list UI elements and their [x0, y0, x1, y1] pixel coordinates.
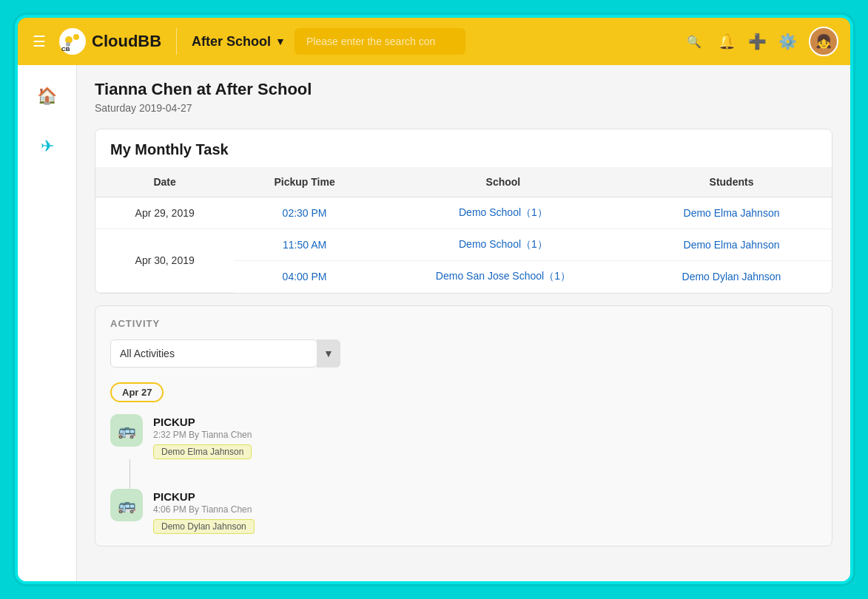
activity-meta: 4:06 PM By Tianna Chen — [153, 504, 817, 515]
table-header: Date Pickup Time School Students — [95, 167, 832, 197]
row-date: Apr 30, 2019 — [95, 229, 234, 293]
school-name: After School — [192, 34, 271, 50]
svg-point-2 — [73, 34, 79, 40]
col-date: Date — [95, 167, 234, 197]
sidebar: 🏠 ✈ — [18, 65, 77, 581]
logo: CB CloudBB — [58, 27, 161, 56]
logo-text: CloudBB — [92, 32, 161, 51]
row-pickup-time: 04:00 PM — [234, 261, 375, 293]
row-school: Demo School（1） — [375, 197, 631, 229]
nav-icons: 🔔 ➕ ⚙️ 👧 — [718, 27, 838, 56]
bus-icon: 🚌 — [118, 422, 136, 439]
school-selector[interactable]: After School ▼ — [192, 34, 286, 50]
sidebar-item-messages[interactable]: ✈ — [31, 130, 64, 163]
table-body: Apr 29, 201902:30 PMDemo School（1）Demo E… — [95, 197, 832, 293]
hamburger-icon[interactable]: ☰ — [30, 30, 49, 53]
filter-dropdown-button[interactable]: ▼ — [317, 339, 340, 368]
activity-type-label: PICKUP — [153, 490, 817, 503]
col-school: School — [375, 167, 631, 197]
bus-icon: 🚌 — [118, 496, 136, 514]
chevron-down-icon: ▼ — [323, 348, 334, 359]
add-icon[interactable]: ➕ — [748, 33, 767, 50]
home-icon: 🏠 — [37, 87, 57, 106]
settings-icon[interactable]: ⚙️ — [778, 33, 797, 50]
row-school: Demo San Jose School（1） — [375, 261, 631, 293]
top-nav: ☰ CB CloudBB After School ▼ 🔍 🔔 ➕ ⚙️ — [18, 18, 850, 65]
page-date: Saturday 2019-04-27 — [95, 102, 832, 114]
list-item: 🚌 PICKUP 2:32 PM By Tianna Chen Demo Elm… — [110, 414, 817, 459]
sidebar-item-home[interactable]: 🏠 — [31, 80, 64, 112]
activity-info: PICKUP 2:32 PM By Tianna Chen Demo Elma … — [153, 414, 817, 459]
avatar[interactable]: 👧 — [809, 27, 838, 56]
col-students: Students — [631, 167, 832, 197]
activity-header: ACTIVITY — [110, 318, 817, 329]
activity-meta: 2:32 PM By Tianna Chen — [153, 430, 817, 440]
main-layout: 🏠 ✈ Tianna Chen at After School Saturday… — [18, 65, 850, 581]
search-input[interactable] — [295, 28, 465, 55]
logo-icon: CB — [58, 27, 87, 56]
chevron-down-icon: ▼ — [275, 35, 286, 47]
notification-icon[interactable]: 🔔 — [718, 33, 736, 50]
activity-filter: All Activities ▼ — [110, 339, 817, 368]
activity-card: ACTIVITY All Activities ▼ Apr 27 🚌 PICKU… — [95, 305, 832, 546]
nav-divider — [176, 28, 177, 55]
activity-filter-select[interactable]: All Activities — [110, 339, 317, 368]
card-title: My Monthly Task — [110, 141, 229, 158]
svg-text:CB: CB — [61, 46, 70, 53]
filter-label: All Activities — [120, 348, 175, 359]
row-student: Demo Elma Jahnson — [631, 197, 832, 229]
activity-info: PICKUP 4:06 PM By Tianna Chen Demo Dylan… — [153, 489, 817, 534]
card-header: My Monthly Task — [95, 129, 832, 167]
student-badge: Demo Elma Jahnson — [153, 444, 252, 459]
row-school: Demo School（1） — [375, 229, 631, 261]
row-date: Apr 29, 2019 — [95, 197, 234, 229]
timeline-connector — [129, 459, 130, 489]
search-icon[interactable]: 🔍 — [687, 35, 702, 49]
row-pickup-time: 02:30 PM — [234, 197, 375, 229]
date-badge: Apr 27 — [110, 382, 164, 402]
activity-type-icon: 🚌 — [110, 414, 143, 447]
list-item: 🚌 PICKUP 4:06 PM By Tianna Chen Demo Dyl… — [110, 489, 817, 534]
table-row: Apr 30, 201911:50 AMDemo School（1）Demo E… — [95, 229, 832, 261]
task-table: Date Pickup Time School Students Apr 29,… — [95, 167, 832, 293]
search-wrapper: 🔍 — [295, 28, 709, 55]
activity-type-icon: 🚌 — [110, 489, 143, 521]
monthly-task-card: My Monthly Task Date Pickup Time School … — [95, 129, 832, 294]
page-title: Tianna Chen at After School — [95, 80, 832, 99]
content: Tianna Chen at After School Saturday 201… — [77, 65, 850, 581]
table-row: Apr 29, 201902:30 PMDemo School（1）Demo E… — [95, 197, 832, 229]
row-student: Demo Elma Jahnson — [631, 229, 832, 261]
paper-plane-icon: ✈ — [41, 137, 54, 156]
student-badge: Demo Dylan Jahnson — [153, 519, 255, 534]
activity-timeline: 🚌 PICKUP 2:32 PM By Tianna Chen Demo Elm… — [110, 414, 817, 534]
row-student: Demo Dylan Jahnson — [631, 261, 832, 293]
row-pickup-time: 11:50 AM — [234, 229, 375, 261]
col-pickup-time: Pickup Time — [234, 167, 375, 197]
activity-type-label: PICKUP — [153, 416, 817, 428]
